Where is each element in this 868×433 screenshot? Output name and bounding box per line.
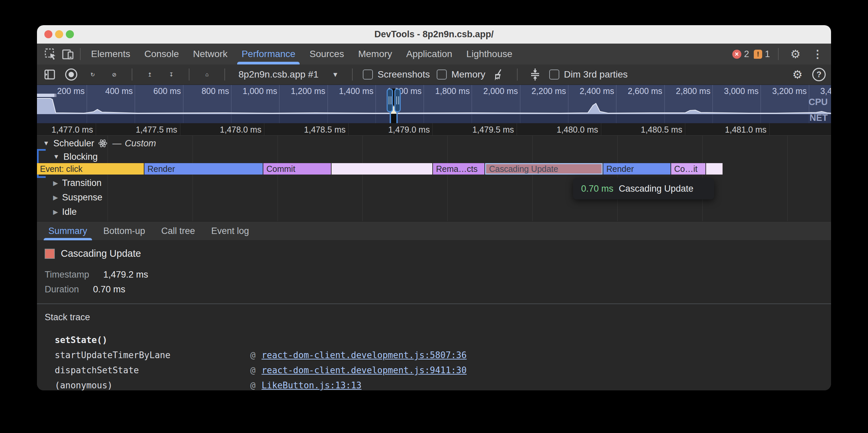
- tab-bar-right: × 2 ! 1 ⚙ ⋮: [732, 45, 826, 63]
- event-bar-label: Event: click: [37, 164, 85, 174]
- tab-elements[interactable]: Elements: [84, 44, 137, 64]
- event-bar-rema-cts[interactable]: Rema…cts: [433, 163, 485, 174]
- tab-performance[interactable]: Performance: [235, 44, 302, 64]
- selected-tab-underline: [44, 238, 92, 240]
- tab-memory[interactable]: Memory: [351, 44, 399, 64]
- record-button[interactable]: [64, 67, 79, 82]
- capture-settings-gear-icon[interactable]: ⚙: [790, 67, 805, 82]
- event-bar-event-click[interactable]: Event: click: [37, 163, 144, 174]
- selection-handle-right[interactable]: [394, 89, 401, 112]
- net-lane-label: NET: [810, 113, 828, 123]
- warning-count: 1: [765, 49, 770, 59]
- ruler-tick: [348, 123, 349, 135]
- timestamp-value: 1,479.2 ms: [103, 270, 149, 280]
- kebab-menu-icon[interactable]: ⋮: [809, 45, 826, 63]
- desktop-background: DevTools - 8p2n9n.csb.app/ ElementsConso…: [0, 0, 868, 433]
- event-bar-label: Commit: [264, 164, 298, 174]
- timeline-overview[interactable]: 200 ms400 ms600 ms800 ms1,000 ms1,200 ms…: [37, 85, 831, 123]
- flame-gridline: [277, 136, 278, 221]
- event-bar-label: Render: [603, 164, 637, 174]
- event-bar-label: Cascading Update: [486, 164, 561, 174]
- stack-frame-at: @: [250, 365, 256, 375]
- flame-chart[interactable]: ▼ Scheduler — Custom ▼ Blocking: [37, 136, 831, 222]
- stack-frame-function: startUpdateTimerByLane: [55, 350, 250, 360]
- screenshots-checkbox[interactable]: [363, 69, 373, 79]
- event-bar-unlabeled[interactable]: [706, 163, 722, 174]
- tab-label: Performance: [242, 49, 295, 59]
- memory-checkbox-group: Memory: [437, 69, 486, 80]
- help-icon[interactable]: ?: [812, 68, 826, 81]
- home-icon[interactable]: ⌂: [199, 67, 214, 82]
- ruler-tick-label: 1,481.0 ms: [703, 125, 767, 135]
- event-bar-commit[interactable]: Commit: [264, 163, 331, 174]
- track-header-scheduler[interactable]: ▼ Scheduler — Custom: [37, 138, 156, 149]
- memory-checkbox[interactable]: [437, 69, 447, 79]
- expanded-triangle-icon: ▼: [53, 153, 59, 161]
- event-bar-render[interactable]: Render: [145, 163, 263, 174]
- timestamp-label: Timestamp: [45, 270, 89, 280]
- console-warnings-badge[interactable]: ! 1: [754, 49, 770, 59]
- event-tooltip: 0.70 ms Cascading Update: [573, 178, 714, 199]
- event-bar-label: Co…it: [671, 164, 701, 174]
- history-dropdown[interactable]: 8p2n9n.csb.app #1 ▼: [235, 69, 342, 80]
- group-label: Suspense: [62, 192, 102, 203]
- tab-console[interactable]: Console: [137, 44, 186, 64]
- stack-frame-source-link[interactable]: react-dom-client.development.js:9411:30: [262, 365, 467, 375]
- stack-frame-function: setState(): [55, 335, 250, 345]
- event-bar-cascading-update[interactable]: Cascading Update: [485, 163, 602, 174]
- garbage-collect-icon[interactable]: [492, 67, 507, 82]
- stack-frame: (anonymous)@LikeButton.js:13:13: [55, 380, 362, 390]
- summary-panel: Cascading Update Timestamp 1,479.2 ms Du…: [37, 241, 831, 303]
- dim-third-parties-checkbox-group: Dim 3rd parties: [549, 69, 628, 80]
- reload-and-record-icon[interactable]: ↻: [85, 67, 100, 82]
- settings-gear-icon[interactable]: ⚙: [787, 45, 804, 63]
- upload-profile-icon[interactable]: ↥: [143, 67, 157, 82]
- inspect-element-icon[interactable]: [42, 45, 59, 63]
- selection-handle-left[interactable]: [386, 89, 393, 112]
- clear-recording-icon[interactable]: ⊘: [107, 67, 122, 82]
- tab-sources[interactable]: Sources: [302, 44, 351, 64]
- ruler-tick: [517, 123, 517, 135]
- dim-third-parties-checkbox[interactable]: [549, 69, 559, 79]
- console-errors-badge[interactable]: × 2: [732, 49, 749, 59]
- cpu-lane-label: CPU: [809, 97, 828, 107]
- details-tab-summary[interactable]: Summary: [40, 222, 95, 240]
- event-bar-render[interactable]: Render: [603, 163, 671, 174]
- selected-tab-underline: [237, 62, 300, 64]
- warning-icon: !: [754, 50, 762, 59]
- tab-lighthouse[interactable]: Lighthouse: [459, 44, 519, 64]
- group-label: Transition: [62, 178, 102, 188]
- details-tab-call-tree[interactable]: Call tree: [153, 222, 203, 240]
- tab-application[interactable]: Application: [399, 44, 459, 64]
- detail-time-ruler[interactable]: 1,477.0 ms1,477.5 ms1,478.0 ms1,478.5 ms…: [37, 123, 831, 136]
- stack-frame-source-link[interactable]: LikeButton.js:13:13: [262, 380, 362, 390]
- tab-label: Summary: [49, 226, 87, 236]
- ruler-tick-label: 1,477.0 ms: [37, 125, 93, 135]
- event-bar-co-it[interactable]: Co…it: [671, 163, 705, 174]
- event-bar-unlabeled[interactable]: [332, 163, 432, 174]
- device-toolbar-icon[interactable]: [59, 45, 76, 63]
- tab-label: Event log: [211, 226, 249, 236]
- ruler-tick: [685, 123, 685, 135]
- details-tab-event-log[interactable]: Event log: [203, 222, 257, 240]
- ruler-tick-label: 1,480.5 ms: [618, 125, 682, 135]
- stack-frame-source-link[interactable]: react-dom-client.development.js:5807:36: [262, 350, 467, 360]
- group-transition[interactable]: ▶ Transition: [37, 177, 101, 189]
- devtools-window: DevTools - 8p2n9n.csb.app/ ElementsConso…: [37, 25, 831, 390]
- group-idle[interactable]: ▶ Idle: [37, 206, 76, 218]
- separator: [517, 68, 518, 80]
- tab-label: Memory: [358, 49, 392, 59]
- group-suspense[interactable]: ▶ Suspense: [37, 192, 102, 203]
- track-selection-bracket-top: [37, 149, 46, 151]
- tab-label: Sources: [309, 49, 344, 59]
- toggle-sidebar-icon[interactable]: [42, 67, 57, 82]
- panel-tabs: ElementsConsoleNetworkPerformanceSources…: [84, 44, 519, 64]
- collapse-tracks-icon[interactable]: [528, 67, 542, 82]
- separator: [189, 68, 189, 80]
- details-tab-bottom-up[interactable]: Bottom-up: [95, 222, 154, 240]
- group-blocking[interactable]: ▼ Blocking: [37, 151, 98, 162]
- tab-network[interactable]: Network: [186, 44, 235, 64]
- ruler-tick: [96, 123, 96, 135]
- download-profile-icon[interactable]: ↧: [164, 67, 179, 82]
- flame-gridline: [192, 136, 193, 221]
